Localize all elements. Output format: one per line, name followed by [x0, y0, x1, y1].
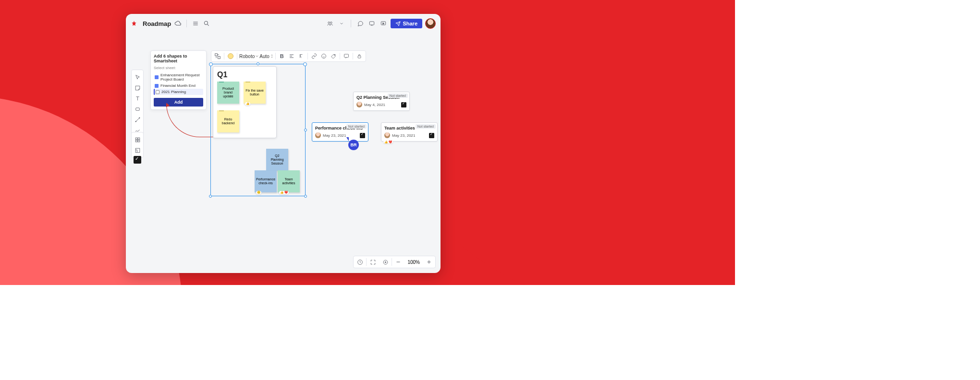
bold-icon[interactable]: B [278, 52, 286, 60]
svg-rect-17 [138, 140, 140, 142]
frame-title: Q1 [217, 71, 272, 79]
svg-point-2 [331, 22, 332, 24]
emoji-icon[interactable] [319, 52, 328, 60]
separator [351, 20, 351, 27]
collaborators-icon[interactable] [326, 19, 334, 28]
target-icon[interactable] [379, 256, 392, 268]
svg-rect-15 [138, 138, 140, 140]
zoom-value[interactable]: 100% [404, 260, 423, 265]
tool-rail-secondary [131, 132, 144, 158]
sticky-note[interactable]: Fix the save button👍 [244, 82, 266, 104]
sheet-option[interactable]: Financial Month End [154, 83, 203, 89]
card-date: May 23, 2021 [323, 133, 358, 138]
present-icon[interactable] [379, 19, 388, 28]
smartsheet-badge-icon [429, 133, 434, 138]
status-badge: Not started [388, 94, 408, 98]
text-tool-icon[interactable] [132, 93, 143, 104]
card-date: May 23, 2021 [392, 133, 427, 138]
svg-point-8 [334, 55, 334, 56]
context-toolbar: Roboto Auto B [211, 50, 366, 62]
svg-point-13 [139, 117, 140, 118]
svg-point-12 [135, 121, 136, 122]
sheet-option[interactable]: Enhancement Request Project Board [154, 72, 203, 83]
assignee-avatar [315, 132, 321, 138]
font-picker[interactable]: Roboto [239, 54, 258, 59]
sticky-note[interactable]: Redo backend [217, 110, 239, 132]
svg-rect-11 [135, 107, 139, 110]
sticky-note[interactable]: Q2 Planning Session [266, 149, 288, 171]
svg-rect-16 [135, 140, 137, 142]
chevron-down-icon[interactable] [337, 19, 346, 28]
assignee-avatar [384, 132, 390, 138]
smartsheet-tool[interactable] [131, 156, 144, 164]
user-avatar[interactable] [425, 18, 436, 29]
document-title[interactable]: Roadmap [143, 20, 171, 27]
svg-rect-6 [218, 57, 220, 59]
smartsheet-panel: Add 6 shapes to Smartsheet Select sheet:… [150, 50, 207, 110]
header: Roadmap [126, 14, 441, 33]
svg-rect-9 [344, 54, 348, 58]
zoom-bar: 100% [353, 256, 436, 268]
comment-icon[interactable] [356, 19, 365, 28]
zoom-out-icon[interactable] [392, 256, 404, 268]
svg-point-21 [385, 261, 386, 262]
tool-rail [131, 70, 144, 138]
link-icon[interactable] [310, 52, 318, 60]
collaborator-cursor-icon [346, 137, 349, 141]
reaction-icon[interactable] [368, 19, 376, 28]
assignee-avatar [356, 102, 362, 107]
sticky-note[interactable]: Performance check-ins🙂 [255, 170, 277, 192]
smartsheet-badge-icon [360, 133, 365, 138]
frame-icon[interactable] [132, 145, 143, 155]
zoom-in-icon[interactable] [423, 256, 435, 268]
sticky-note[interactable]: Product brand update [217, 82, 239, 104]
smartsheet-icon [134, 156, 141, 164]
status-badge: Not started [416, 124, 436, 129]
comment-add-icon[interactable] [342, 52, 351, 60]
app-window: Roadmap [126, 14, 441, 273]
task-card[interactable]: Not started Q2 Planning Session May 4, 2… [353, 92, 410, 111]
fullscreen-icon[interactable] [367, 256, 379, 268]
svg-point-7 [321, 54, 326, 59]
svg-point-1 [328, 22, 330, 24]
header-right: Share [326, 18, 436, 29]
separator [186, 20, 187, 27]
align-icon[interactable] [287, 52, 296, 60]
arrow-annotation [166, 104, 214, 137]
panel-subtitle: Select sheet: [154, 66, 203, 70]
line-tool-icon[interactable] [132, 114, 143, 125]
fill-color-icon[interactable] [226, 52, 235, 60]
tag-icon[interactable] [329, 52, 338, 60]
panel-title: Add 6 shapes to Smartsheet [154, 54, 203, 63]
shape-tool-icon[interactable] [132, 104, 143, 114]
swap-shape-icon[interactable] [213, 52, 222, 60]
share-label: Share [403, 21, 417, 26]
status-badge: Not started [346, 124, 367, 129]
app-logo-icon [131, 20, 137, 27]
task-card[interactable]: Not started Team activities May 23, 2021… [381, 122, 438, 142]
text-style-icon[interactable] [297, 52, 306, 60]
task-card-active[interactable]: Not started Performance check-ins May 23… [312, 122, 368, 142]
select-tool-icon[interactable] [132, 72, 143, 83]
cloud-sync-icon[interactable] [173, 19, 182, 28]
grid-icon[interactable] [132, 134, 143, 145]
sticky-note[interactable]: Team activities👍 ❤️ [278, 170, 300, 192]
svg-rect-5 [215, 54, 218, 56]
search-icon[interactable] [202, 19, 211, 28]
svg-rect-3 [370, 22, 374, 25]
sticky-tool-icon[interactable] [132, 83, 143, 93]
collaborator-badge: BR [348, 140, 359, 150]
sheet-option-selected[interactable]: 2021 Planning [154, 89, 203, 95]
history-icon[interactable] [354, 256, 366, 268]
card-date: May 4, 2021 [364, 103, 399, 107]
menu-icon[interactable] [191, 19, 200, 28]
smartsheet-badge-icon [401, 102, 406, 107]
svg-point-0 [205, 21, 208, 24]
svg-rect-10 [358, 56, 361, 59]
size-mode[interactable]: Auto [259, 54, 273, 59]
header-left: Roadmap [131, 19, 211, 28]
svg-rect-14 [135, 138, 137, 140]
svg-rect-18 [135, 148, 140, 153]
lock-icon[interactable] [355, 52, 364, 60]
share-button[interactable]: Share [391, 19, 422, 28]
